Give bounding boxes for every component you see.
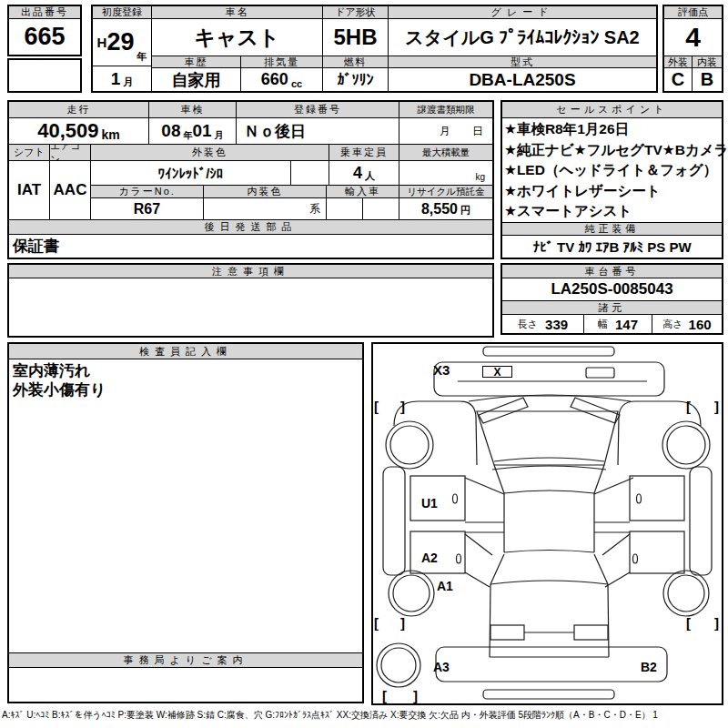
office-label: 事務局よりご案内 bbox=[9, 652, 362, 668]
import-label: 輸入車 bbox=[327, 186, 399, 198]
damage-mark: X3 bbox=[433, 364, 450, 377]
recycle-unit: 円 bbox=[460, 204, 470, 219]
ext-color-value: ﾜｲﾝﾚｯﾄﾞ/ｼﾛ bbox=[91, 161, 291, 186]
bracket-marker: [ bbox=[382, 690, 387, 703]
first-reg-value: H29年 bbox=[93, 19, 152, 66]
bracket-marker: [ bbox=[686, 617, 691, 630]
grade-label: グレード bbox=[389, 6, 656, 19]
interior-label: 内装 bbox=[693, 56, 722, 68]
height-label: 高さ bbox=[662, 318, 682, 331]
first-reg-year-unit: 年 bbox=[136, 50, 147, 66]
damage-mark: A2 bbox=[421, 551, 438, 564]
color-no-label: カラーNo. bbox=[91, 186, 204, 198]
bracket-marker: [ bbox=[374, 617, 379, 630]
max-load-value: kg bbox=[399, 161, 492, 186]
reg-no-value: Ｎｏ後日 bbox=[237, 118, 399, 145]
door-value: 5HB bbox=[323, 19, 389, 56]
first-reg-era: H bbox=[97, 35, 107, 50]
inspection-year: 08 bbox=[161, 121, 180, 141]
bracket-marker: ] bbox=[714, 400, 719, 413]
first-reg-month-cell: 1月 bbox=[93, 66, 152, 91]
capacity-value: 4人 bbox=[329, 161, 399, 186]
car-name-value: キャスト bbox=[152, 19, 323, 56]
factory-equipment-label: 純正装備 bbox=[502, 222, 722, 236]
damage-mark: A3 bbox=[433, 661, 450, 673]
vehicle-info-box: 初度登録 H29年 1月 車名 キャスト 車歴 自家用 排気量 660cc ドア… bbox=[91, 5, 658, 93]
recycle-value: 8,550円 bbox=[399, 198, 492, 220]
transfer-label: 譲渡書類期限 bbox=[399, 102, 492, 118]
color-no-value: R67 bbox=[91, 198, 204, 220]
later-parts-value: 保証書 bbox=[9, 235, 492, 258]
sales-point-line: ★車検R8年1月26日 bbox=[504, 119, 721, 140]
recycle-number: 8,550 bbox=[421, 201, 458, 217]
height-cell: 高さ160 bbox=[652, 315, 722, 333]
bracket-marker: ] bbox=[413, 690, 418, 703]
fuel-label: 燃料 bbox=[323, 56, 389, 68]
bracket-marker: [ bbox=[686, 400, 691, 413]
exterior-label: 外装 bbox=[664, 56, 693, 68]
inspector-label: 検査員記入欄 bbox=[9, 344, 362, 359]
bracket-marker: ] bbox=[714, 617, 719, 630]
first-reg-year: 29 bbox=[106, 28, 134, 56]
later-parts-label: 後日発送部品 bbox=[9, 220, 492, 235]
auction-no-empty-box bbox=[7, 58, 82, 93]
notes-body bbox=[9, 278, 492, 336]
aircon-value: AAC bbox=[50, 161, 91, 220]
transfer-value: 月 日 bbox=[399, 118, 492, 145]
sales-points-body: ★車検R8年1月26日 ★純正ナビ★フルセグTV★Bカメラ ★LED（ヘッドライ… bbox=[504, 119, 721, 221]
mileage-number: 40,509 bbox=[37, 119, 98, 143]
door-label: ドア形状 bbox=[323, 6, 389, 19]
chassis-label: 車台番号 bbox=[502, 265, 722, 278]
auction-no-value: 665 bbox=[9, 19, 80, 55]
inspector-note-line: 室内薄汚れ bbox=[13, 361, 359, 380]
damage-mark: B2 bbox=[641, 661, 657, 673]
car-outline-diagram bbox=[373, 344, 722, 703]
sales-point-line: ★LED（ヘッドライト＆フォグ） bbox=[504, 160, 721, 181]
notes-box: 注意事項欄 bbox=[7, 263, 494, 338]
car-name-label: 車名 bbox=[152, 6, 323, 19]
inspection-month-unit: 月 bbox=[215, 129, 224, 144]
fuel-value: ｶﾞｿﾘﾝ bbox=[323, 68, 389, 91]
legend-text: A:ｷｽﾞ U:ﾍｺﾐ B:ｷｽﾞを伴うﾍｺﾐ P:要塗装 W:補修跡 S:錆 … bbox=[2, 709, 726, 725]
reg-no-label: 登録番号 bbox=[237, 102, 399, 118]
score-value: 4 bbox=[664, 19, 722, 56]
inspection-year-unit: 年 bbox=[184, 129, 193, 144]
capacity-unit: 人 bbox=[365, 169, 375, 185]
office-body bbox=[9, 668, 362, 702]
sales-point-line: ★スマートアシスト bbox=[504, 201, 721, 222]
chassis-value: LA250S-0085043 bbox=[502, 278, 722, 301]
bracket-marker: [ bbox=[374, 400, 379, 413]
auction-no-box: 出品番号 665 bbox=[7, 5, 82, 56]
damage-mark: U1 bbox=[421, 497, 438, 510]
sales-point-line: ★純正ナビ★フルセグTV★Bカメラ bbox=[504, 140, 721, 161]
exterior-grade: C bbox=[664, 68, 693, 91]
notes-label: 注意事項欄 bbox=[9, 265, 492, 278]
inspector-note-line: 外装小傷有り bbox=[13, 380, 359, 399]
factory-equipment-value: ﾅﾋﾞ TV ｶﾜ ｴｱB ｱﾙﾐ PS PW bbox=[502, 236, 722, 258]
auction-no-label: 出品番号 bbox=[9, 6, 80, 19]
capacity-number: 4 bbox=[353, 164, 362, 183]
inspection-value: 08年01月 bbox=[149, 118, 237, 145]
damage-mark: A1 bbox=[437, 580, 453, 592]
int-color-value: 系 bbox=[204, 198, 327, 220]
score-box: 評価点 4 外装 内装 C B bbox=[662, 5, 723, 93]
length-cell: 長さ339 bbox=[502, 315, 584, 333]
interior-grade: B bbox=[693, 68, 722, 91]
capacity-label: 乗車定員 bbox=[329, 145, 399, 161]
width-label: 幅 bbox=[598, 318, 608, 331]
inspector-body: 室内薄汚れ 外装小傷有り bbox=[13, 361, 359, 651]
displacement-label: 排気量 bbox=[241, 56, 323, 68]
displacement-value: 660cc bbox=[241, 68, 323, 91]
condition-box: 走行 車検 登録番号 譲渡書類期限 40,509km 08年01月 Ｎｏ後日 月… bbox=[7, 100, 494, 259]
inspector-box: 検査員記入欄 室内薄汚れ 外装小傷有り 事務局よりご案内 bbox=[7, 342, 364, 703]
damage-diagram: X3 X U1 A2 A1 A3 B2 [ ] [ ] [ ] [ ] [ ] bbox=[371, 342, 723, 705]
import-cell-1 bbox=[327, 198, 363, 220]
height-value: 160 bbox=[689, 317, 712, 332]
inspection-label: 車検 bbox=[149, 102, 237, 118]
width-value: 147 bbox=[615, 317, 638, 332]
history-label: 車歴 bbox=[152, 56, 241, 68]
length-value: 339 bbox=[545, 317, 568, 332]
ext-color-label: 外装色 bbox=[91, 145, 329, 161]
inspection-month: 01 bbox=[193, 121, 212, 141]
score-label: 評価点 bbox=[664, 6, 722, 19]
